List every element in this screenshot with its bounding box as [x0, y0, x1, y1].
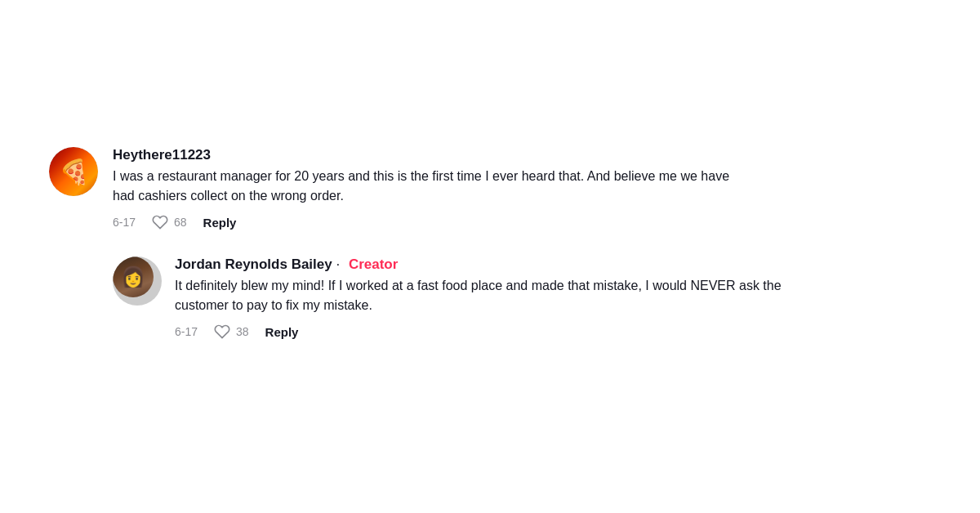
like-count: 68 [174, 216, 187, 229]
comment-content: Heythere11223 I was a restaurant manager… [113, 147, 784, 230]
avatar: 🍕 [49, 147, 98, 196]
like-button[interactable]: 38 [214, 323, 249, 340]
reply-comment-container: 👩 Jordan Reynolds Bailey · Creator It de… [113, 256, 784, 340]
like-button[interactable]: 68 [152, 214, 187, 230]
heart-icon [152, 214, 168, 230]
reply-button[interactable]: Reply [265, 325, 299, 339]
like-count: 38 [236, 325, 249, 338]
comment-item: 👩 Jordan Reynolds Bailey · Creator It de… [113, 256, 784, 340]
comment-item: 🍕 Heythere11223 I was a restaurant manag… [49, 147, 784, 230]
comment-text: It definitely blew my mind! If I worked … [175, 276, 784, 315]
comment-username: Heythere11223 [113, 147, 784, 163]
avatar-image: 🍕 [49, 147, 98, 196]
comment-actions: 6-17 68 Reply [113, 214, 784, 230]
comment-text: I was a restaurant manager for 20 years … [113, 167, 750, 206]
comments-section: 🍕 Heythere11223 I was a restaurant manag… [49, 147, 784, 366]
comment-username: Jordan Reynolds Bailey · Creator [175, 256, 784, 273]
comment-date: 6-17 [113, 216, 136, 229]
avatar-image: 👩 [113, 256, 154, 297]
comment-date: 6-17 [175, 325, 198, 338]
creator-badge: Creator [349, 256, 398, 272]
separator-dot: · [332, 256, 344, 272]
comment-actions: 6-17 38 Reply [175, 323, 784, 340]
heart-icon [214, 323, 230, 340]
avatar: 👩 [113, 256, 162, 306]
comment-content: Jordan Reynolds Bailey · Creator It defi… [175, 256, 784, 340]
reply-button[interactable]: Reply [203, 216, 237, 230]
